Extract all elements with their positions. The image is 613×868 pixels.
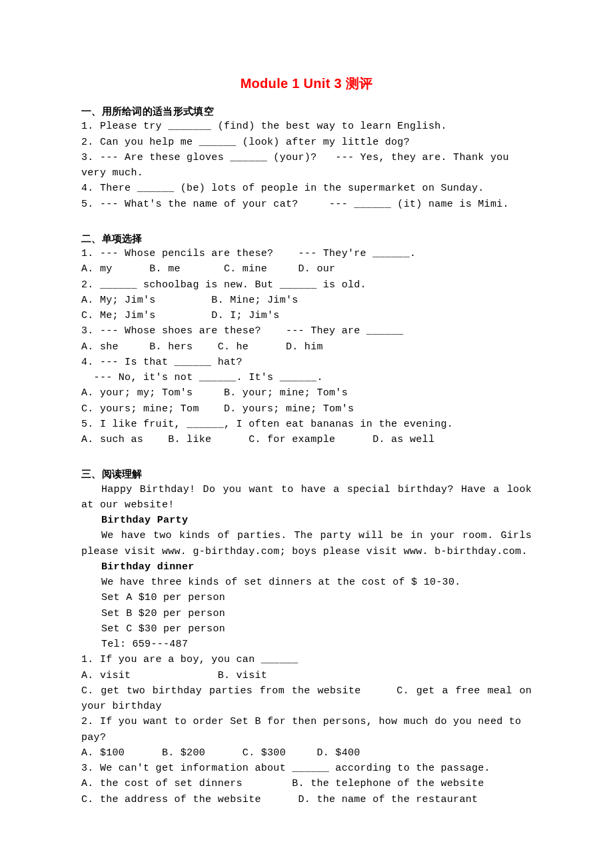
s3-q3a: 3. We can't get information about ______… [81,761,532,776]
s2-q1a: 1. --- Whose pencils are these? --- They… [81,246,532,261]
s1-q4: 4. There ______ (be) lots of people in t… [81,181,532,196]
s1-q2: 2. Can you help me ______ (look) after m… [81,135,532,150]
s2-q4a: 4. --- Is that ______ hat? [81,355,532,370]
s2-q4b: --- No, it's not ______. It's ______. [81,370,532,385]
s3-set-c: Set C $30 per person [81,621,532,637]
s2-q1b: A. my B. me C. mine D. our [81,261,532,277]
s1-q3: 3. --- Are these gloves ______ (your)? -… [81,150,532,181]
section2-heading: 二、单项选择 [81,231,532,246]
s3-q1b: A. visit B. visit [81,668,532,683]
s2-q4c: A. your; my; Tom's B. your; mine; Tom's [81,385,532,401]
s2-q2b: A. My; Jim's B. Mine; Jim's [81,293,532,308]
page: Module 1 Unit 3 测评 一、用所给词的适当形式填空 1. Plea… [0,0,613,868]
s2-q5b: A. such as B. like C. for example D. as … [81,432,532,447]
s3-tel: Tel: 659---487 [81,637,532,652]
s1-q5: 5. --- What's the name of your cat? --- … [81,197,532,212]
s3-p3: We have three kinds of set dinners at th… [81,575,532,590]
s3-q3b: A. the cost of set dinners B. the teleph… [81,776,532,791]
s1-q1: 1. Please try _______ (find) the best wa… [81,119,532,134]
s3-set-b: Set B $20 per person [81,606,532,621]
s3-q3c: C. the address of the website D. the nam… [81,792,532,807]
s3-p2: We have two kinds of parties. The party … [81,528,532,559]
s3-sub1: Birthday Party [81,513,532,528]
s3-q1a: 1. If you are a boy, you can ______ [81,652,532,667]
s2-q5a: 5. I like fruit, ______, I often eat ban… [81,417,532,432]
s3-q2b: A. $100 B. $200 C. $300 D. $400 [81,745,532,761]
s2-q2c: C. Me; Jim's D. I; Jim's [81,308,532,323]
gap2 [81,447,532,457]
s3-q2a: 2. If you want to order Set B for then p… [81,714,532,745]
section3-heading: 三、阅读理解 [81,466,532,481]
s3-sub2: Birthday dinner [81,559,532,575]
s2-q4d: C. yours; mine; Tom D. yours; mine; Tom'… [81,401,532,417]
s2-q3a: 3. --- Whose shoes are these? --- They a… [81,323,532,339]
s2-q3b: A. she B. hers C. he D. him [81,339,532,355]
section1-heading: 一、用所给词的适当形式填空 [81,103,532,119]
s2-q2a: 2. ______ schoolbag is new. But ______ i… [81,277,532,293]
s3-q1c: C. get two birthday parties from the web… [81,683,532,715]
s3-p1: Happy Birthday! Do you want to have a sp… [81,482,532,513]
s3-set-a: Set A $10 per person [81,590,532,605]
gap1 [81,212,532,221]
page-title: Module 1 Unit 3 测评 [81,73,532,94]
